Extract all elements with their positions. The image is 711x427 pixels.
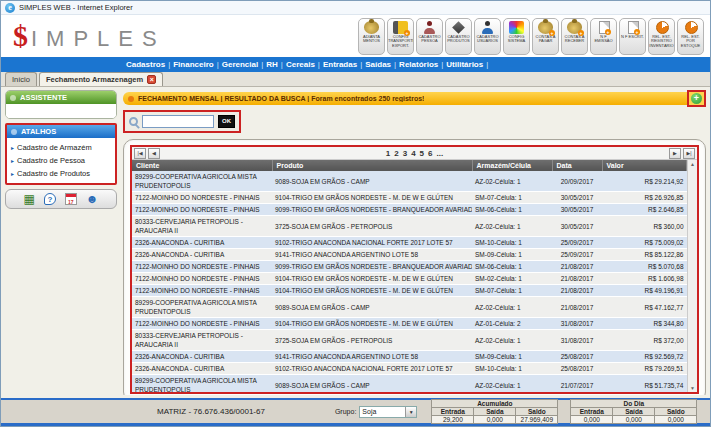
menu-item-cereais[interactable]: Cereais <box>283 60 318 69</box>
palette-icon <box>509 21 524 34</box>
cell-armazem: SM-06-Célula: 1 <box>472 204 552 216</box>
cell-armazem: SM-09-Célula: 1 <box>472 249 552 261</box>
toolbar-button-config-transporte-export[interactable]: CONFIG TRANSPORTE EXPORT. <box>387 18 414 55</box>
toolbar-button-cadastro-pessoa[interactable]: CADASTRO PESSOA <box>416 18 443 55</box>
menu-item-sa-das[interactable]: Saídas <box>362 60 394 69</box>
sidebar-item-cadastro-de-pessoa[interactable]: ▸Cadastro de Pessoa <box>9 154 113 167</box>
totals-header-entrada: Entrada <box>432 408 474 416</box>
chevron-down-icon[interactable]: ▼ <box>405 407 416 417</box>
menu-item-utilit-rios[interactable]: Utilitários <box>443 60 486 69</box>
toolbar-button-contas-a-pagar[interactable]: CONTAS A PAGAR <box>532 18 559 55</box>
page-number-5[interactable]: 5 <box>418 149 426 158</box>
grid-body: ClienteProdutoArmazém/CélulaDataValor 89… <box>132 160 697 392</box>
table-row[interactable]: 2326-ANACONDA - CURITIBA9141-TRIGO ANACO… <box>132 351 687 363</box>
atalhos-title: ATALHOS <box>21 127 56 136</box>
calculator-icon[interactable]: ▦ <box>24 193 35 205</box>
grupo-select[interactable]: Soja ▼ <box>359 406 417 418</box>
toolbar-button-label: N F ESCRIT. <box>620 35 645 40</box>
help-icon[interactable]: ? <box>44 193 56 205</box>
cell-valor: R$ 5.070,68 <box>602 261 687 273</box>
app-header: $ IMPLES ADIANTA MENTOSCONFIG TRANSPORTE… <box>1 15 710 57</box>
cell-valor: R$ 51.735,74 <box>602 375 687 393</box>
table-row[interactable]: 80333-CERVEJARIA PETROPOLIS - ARAUCARIA … <box>132 330 687 351</box>
table-row[interactable]: 2326-ANACONDA - CURITIBA9102-TRIGO ANACO… <box>132 237 687 249</box>
first-page-button[interactable]: |◀ <box>134 148 146 159</box>
table-row[interactable]: 89299-COOPERATIVA AGRICOLA MISTA PRUDENT… <box>132 297 687 318</box>
scroll-up-icon[interactable]: ▲ <box>690 161 695 167</box>
page-number-4[interactable]: 4 <box>409 149 417 158</box>
page-number-[interactable]: ... <box>435 149 446 158</box>
sidebar-item-label: Cadastro de Armazém <box>17 143 92 152</box>
page-number-1[interactable]: 1 <box>384 149 392 158</box>
arrow-right-icon: ▸ <box>11 170 14 177</box>
cell-cliente: 89299-COOPERATIVA AGRICOLA MISTA PRUDENT… <box>132 171 272 192</box>
cell-produto: 9104-TRIGO EM GRÃOS NORDESTE - M. DE W E… <box>272 192 472 204</box>
sidebar-item-cadastro-de-armaz-m[interactable]: ▸Cadastro de Armazém <box>9 141 113 154</box>
totals-title: Do Dia <box>571 400 697 408</box>
column-header-data[interactable]: Data <box>552 160 602 171</box>
app-logo: $ IMPLES <box>13 21 166 52</box>
toolbar-button-rel-est-registro-invent-rio[interactable]: REL. EST. REGISTRO INVENTÁRIO <box>648 18 675 55</box>
results-panel: |◀ ◀ 123456... ▶ ▶| ClienteProdutoArmazé… <box>123 139 706 395</box>
menu-item-cadastros[interactable]: Cadastros <box>123 60 168 69</box>
add-record-button[interactable]: + <box>691 93 702 104</box>
toolbar-button-n-f-escrit[interactable]: N F ESCRIT. <box>619 18 646 55</box>
assistente-header[interactable]: ASSISTENTE <box>6 91 116 104</box>
cell-valor: R$ 1.606,98 <box>602 273 687 285</box>
toolbar-button-cadastro-usu-rios[interactable]: CADASTRO USUÁRIOS <box>474 18 501 55</box>
page-number-2[interactable]: 2 <box>392 149 400 158</box>
atalhos-header[interactable]: ATALHOS <box>7 125 115 138</box>
internet-explorer-icon: e <box>5 3 15 13</box>
table-row[interactable]: 7122-MOINHO DO NORDESTE - PINHAIS9099-TR… <box>132 261 687 273</box>
toolbar-button-rel-est-por-estoque[interactable]: REL. EST. POR ESTOQUE <box>677 18 704 55</box>
menu-item-financeiro[interactable]: Financeiro <box>170 60 216 69</box>
scroll-down-icon[interactable]: ▼ <box>690 385 695 391</box>
sidebar-item-cadastro-de-produtos[interactable]: ▸Cadastro de Produtos <box>9 167 113 180</box>
close-tab-icon[interactable]: × <box>147 75 156 84</box>
toolbar-button-label: REL. EST. REGISTRO INVENTÁRIO <box>649 35 674 49</box>
next-page-button[interactable]: ▶ <box>669 148 681 159</box>
user-icon[interactable]: ☻ <box>86 193 99 205</box>
cell-armazem: AZ-02-Célula: 1 <box>472 297 552 318</box>
menu-item-entradas[interactable]: Entradas <box>320 60 360 69</box>
table-row[interactable]: 80333-CERVEJARIA PETROPOLIS - ARAUCARIA … <box>132 216 687 237</box>
prev-page-button[interactable]: ◀ <box>148 148 160 159</box>
page-number-3[interactable]: 3 <box>401 149 409 158</box>
cell-valor: R$ 49.196,91 <box>602 285 687 297</box>
table-row[interactable]: 89299-COOPERATIVA AGRICOLA MISTA PRUDENT… <box>132 375 687 393</box>
table-row[interactable]: 7122-MOINHO DO NORDESTE - PINHAIS9104-TR… <box>132 192 687 204</box>
table-row[interactable]: 7122-MOINHO DO NORDESTE - PINHAIS9104-TR… <box>132 285 687 297</box>
table-row[interactable]: 7122-MOINHO DO NORDESTE - PINHAIS9099-TR… <box>132 204 687 216</box>
table-row[interactable]: 7122-MOINHO DO NORDESTE - PINHAIS9104-TR… <box>132 273 687 285</box>
tab-label: Fechamento Armazenagem <box>46 75 143 84</box>
cell-valor: R$ 26.926,85 <box>602 192 687 204</box>
column-header-armaz-m-c-lula[interactable]: Armazém/Célula <box>472 160 552 171</box>
search-ok-button[interactable]: OK <box>218 115 235 128</box>
table-row[interactable]: 7122-MOINHO DO NORDESTE - PINHAIS9104-TR… <box>132 318 687 330</box>
cell-cliente: 89299-COOPERATIVA AGRICOLA MISTA PRUDENT… <box>132 297 272 318</box>
calendar-icon[interactable]: 17 <box>65 193 77 205</box>
tab-fechamento-armazenagem[interactable]: Fechamento Armazenagem× <box>39 72 163 86</box>
menu-item-relat-rios[interactable]: Relatórios <box>396 60 441 69</box>
toolbar-button-config-sistema[interactable]: CONFIG SISTEMA <box>503 18 530 55</box>
column-header-valor[interactable]: Valor <box>602 160 687 171</box>
menu-item-gerencial[interactable]: Gerencial <box>219 60 261 69</box>
table-row[interactable]: 2326-ANACONDA - CURITIBA9141-TRIGO ANACO… <box>132 249 687 261</box>
column-header-cliente[interactable]: Cliente <box>132 160 272 171</box>
toolbar-button-n-f-emiss-o[interactable]: N F EMISSÃO <box>590 18 617 55</box>
search-input[interactable] <box>142 115 214 128</box>
table-scrollbar[interactable]: ▲ ▼ <box>687 160 697 392</box>
toolbar-button-adianta-mentos[interactable]: ADIANTA MENTOS <box>358 18 385 55</box>
cell-valor: R$ 360,00 <box>602 216 687 237</box>
last-page-button[interactable]: ▶| <box>683 148 695 159</box>
table-row[interactable]: 2326-ANACONDA - CURITIBA9102-TRIGO ANACO… <box>132 363 687 375</box>
menu-item-rh[interactable]: RH <box>263 60 281 69</box>
toolbar-button-cadastro-produtos[interactable]: CADASTRO PRODUTOS <box>445 18 472 55</box>
table-row[interactable]: 89299-COOPERATIVA AGRICOLA MISTA PRUDENT… <box>132 171 687 192</box>
atalhos-list: ▸Cadastro de Armazém▸Cadastro de Pessoa▸… <box>7 138 115 183</box>
status-bar: MATRIZ - 76.676.436/0001-67 Grupo: Soja … <box>1 398 710 426</box>
column-header-produto[interactable]: Produto <box>272 160 472 171</box>
page-number-6[interactable]: 6 <box>426 149 434 158</box>
tab-in-cio[interactable]: Início <box>5 72 37 86</box>
toolbar-button-contas-a-receber[interactable]: CONTAS A RECEBER <box>561 18 588 55</box>
